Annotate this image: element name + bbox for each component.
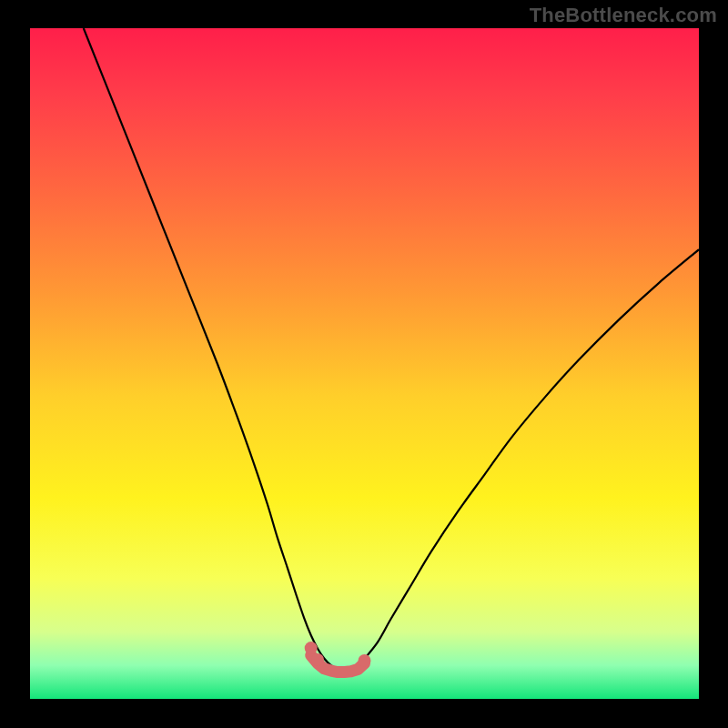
- watermark-text: TheBottleneck.com: [530, 4, 717, 27]
- chart-svg: [30, 28, 699, 699]
- chart-stage: TheBottleneck.com: [0, 0, 728, 728]
- flat-region-dot: [305, 642, 318, 654]
- gradient-background: [30, 28, 699, 699]
- flat-region-dot: [311, 653, 324, 666]
- chart-plot-area: [30, 28, 699, 699]
- flat-region-dot: [359, 654, 371, 667]
